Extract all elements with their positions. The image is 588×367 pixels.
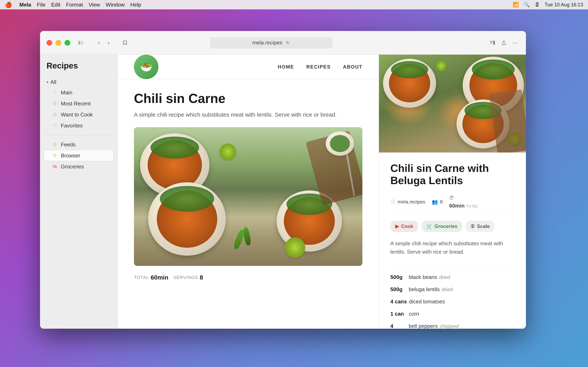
sidebar-all-label: All (51, 79, 56, 85)
total-value: 60min (151, 274, 168, 281)
sidebar: Recipes ▾ All ♡ Main ⊙ Most Recent ⊙ Wan… (40, 55, 118, 329)
servings-label: SERVINGS (173, 275, 198, 280)
chevron-down-icon: ▾ (47, 80, 48, 84)
detail-servings: 👥 8 (432, 199, 443, 205)
sidebar-item-browser-label: Browser (61, 152, 80, 159)
detail-source: 📄 mela.recipes (390, 199, 425, 205)
ingredient-2: 4 cans diced tomatoes (390, 296, 515, 308)
time-value: 60min (449, 203, 465, 209)
menubar-right: 📶 🔍 🎛 Tue 10 Aug 16:13 (513, 2, 583, 8)
menubar-window[interactable]: Window (106, 2, 125, 8)
recipe-meta-total: TOTAL 60min (134, 274, 168, 281)
forward-button[interactable]: › (104, 39, 113, 47)
sidebar-item-browser[interactable]: ⊙ Browser (44, 150, 113, 161)
ingredient-name-4: bell peppers (409, 323, 438, 329)
sidebar-item-want-to-cook-label: Want to Cook (61, 111, 93, 118)
menubar: 🍎 Mela File Edit Format View Window Help… (0, 0, 588, 9)
ingredient-name-2: diced tomatoes (409, 299, 445, 305)
site-nav-recipes[interactable]: RECIPES (306, 62, 330, 71)
recipe-title: Chili sin Carne (134, 91, 362, 106)
menubar-help[interactable]: Help (130, 2, 141, 8)
scale-button[interactable]: ① Scale (466, 221, 495, 232)
svg-rect-5 (490, 42, 492, 42)
most-recent-icon: ⊙ (52, 100, 58, 107)
detail-meta-row: 📄 mela.recipes 👥 8 ⏱ 60min TOTAL (390, 195, 515, 215)
sidebar-item-most-recent[interactable]: ⊙ Most Recent (44, 98, 113, 109)
share-button[interactable] (500, 39, 508, 47)
source-icon: 📄 (390, 200, 396, 204)
menubar-view[interactable]: View (89, 2, 100, 8)
feeds-icon: ⊙ (52, 141, 58, 148)
sidebar-item-main[interactable]: ♡ Main (44, 87, 113, 98)
browser-content: 🥗 HOME RECIPES ABOUT Chili sin Carne A s… (118, 55, 379, 293)
action-buttons: ▶ Cook 🛒 Groceries ① Scale (390, 221, 515, 232)
recipe-content: Chili sin Carne A simple chili recipe wh… (118, 79, 379, 293)
content-area: Recipes ▾ All ♡ Main ⊙ Most Recent ⊙ Wan… (40, 55, 526, 329)
want-to-cook-icon: ⊙ (52, 111, 58, 118)
time-display: 60min TOTAL (449, 203, 478, 209)
titlebar-actions: ··· (488, 39, 519, 47)
menubar-app-name[interactable]: Mela (19, 2, 31, 8)
sidebar-item-favorites[interactable]: ♡ Favorites (44, 120, 113, 131)
recipe-meta: TOTAL 60min SERVINGS 8 (134, 274, 362, 281)
groceries-button[interactable]: 🛒 Groceries (421, 221, 462, 232)
close-button[interactable] (47, 40, 52, 46)
sidebar-item-main-label: Main (61, 90, 72, 96)
ingredient-3: 1 can corn (390, 308, 515, 320)
browser-icon: ⊙ (52, 152, 58, 159)
menubar-format[interactable]: Format (66, 2, 83, 8)
sidebar-all-group[interactable]: ▾ All (44, 77, 113, 87)
minimize-button[interactable] (56, 40, 61, 46)
search-icon[interactable]: 🔍 (524, 2, 530, 8)
detail-hero-image (379, 55, 526, 152)
site-nav-home[interactable]: HOME (278, 62, 294, 71)
detail-panel: Chili sin Carne with Beluga Lentils 📄 me… (379, 55, 526, 329)
ingredient-1: 500g beluga lentils dried (390, 284, 515, 296)
favorites-icon: ♡ (52, 122, 58, 129)
sidebar-divider (47, 135, 111, 135)
ingredient-note-1: dried (442, 287, 453, 292)
ingredient-4: 4 bell peppers chopped (390, 320, 515, 329)
sidebar-item-groceries[interactable]: 🛍 Groceries (44, 161, 113, 172)
site-logo: 🥗 (134, 55, 158, 79)
detail-content: Chili sin Carne with Beluga Lentils 📄 me… (379, 152, 526, 329)
cook-button[interactable]: ▶ Cook (390, 221, 418, 232)
recipe-description: A simple chili recipe which substitutes … (134, 110, 362, 119)
svg-rect-7 (493, 41, 495, 45)
bookmark-button[interactable] (121, 39, 129, 47)
sidebar-item-most-recent-label: Most Recent (61, 100, 91, 107)
ingredients-divider (390, 264, 515, 265)
ingredient-amount-1: 500g (390, 286, 407, 292)
svg-rect-1 (80, 42, 83, 42)
reading-list-button[interactable] (488, 39, 497, 47)
sidebar-item-want-to-cook[interactable]: ⊙ Want to Cook (44, 109, 113, 120)
sidebar-title: Recipes (44, 61, 113, 70)
maximize-button[interactable] (65, 40, 70, 46)
servings-value: 8 (200, 274, 203, 281)
ingredient-amount-0: 500g (390, 274, 407, 280)
menubar-edit[interactable]: Edit (51, 2, 61, 8)
groceries-icon: 🛍 (52, 163, 58, 170)
address-bar[interactable]: mela.recipes ↻ (210, 37, 333, 49)
control-center-icon[interactable]: 🎛 (535, 2, 540, 8)
svg-rect-6 (490, 43, 493, 43)
browser-panel: 🥗 HOME RECIPES ABOUT Chili sin Carne A s… (118, 55, 379, 329)
back-button[interactable]: ‹ (95, 39, 103, 47)
main-icon: ♡ (52, 89, 58, 96)
reload-button[interactable]: ↻ (285, 40, 291, 46)
site-nav-about[interactable]: ABOUT (343, 62, 362, 71)
traffic-lights (47, 40, 70, 46)
svg-rect-3 (80, 44, 83, 44)
wifi-icon: 📶 (513, 2, 519, 8)
sidebar-item-feeds[interactable]: ⊙ Feeds (44, 139, 113, 150)
ingredient-amount-4: 4 (390, 323, 407, 329)
apple-menu[interactable]: 🍎 (5, 1, 12, 8)
menubar-file[interactable]: File (37, 2, 45, 8)
app-window: ‹ › mela.recipes ↻ (40, 31, 526, 329)
detail-title: Chili sin Carne with Beluga Lentils (390, 162, 515, 187)
more-options-button[interactable]: ··· (511, 39, 519, 47)
groceries-btn-icon: 🛒 (426, 224, 432, 229)
ingredients-list: 500g black beans dried 500g beluga lenti… (390, 271, 515, 329)
sidebar-toggle-button[interactable] (77, 39, 85, 47)
ingredient-note-0: dried (439, 275, 450, 280)
